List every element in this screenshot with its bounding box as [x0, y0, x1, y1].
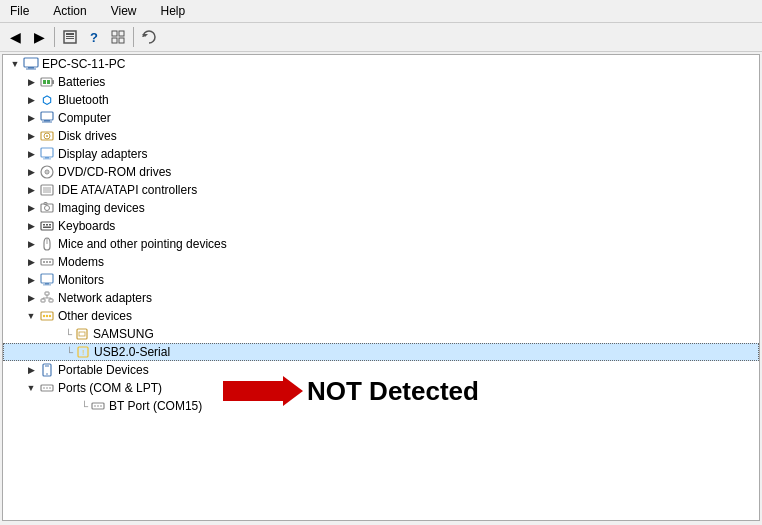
toolbar-separator-2: [133, 27, 134, 47]
tree-item-mice[interactable]: ▶ Mice and other pointing devices: [3, 235, 759, 253]
svg-point-43: [46, 261, 48, 263]
root-expander[interactable]: ▼: [7, 56, 23, 72]
toolbar-separator-1: [54, 27, 55, 47]
other-label: Other devices: [58, 309, 132, 323]
computer-label: Computer: [58, 111, 111, 125]
svg-rect-15: [47, 80, 50, 84]
svg-rect-23: [45, 157, 49, 159]
tree-item-bluetooth[interactable]: ▶ ⬡ Bluetooth: [3, 91, 759, 109]
svg-point-71: [94, 405, 96, 407]
svg-rect-10: [28, 67, 34, 69]
monitors-label: Monitors: [58, 273, 104, 287]
tree-item-usb[interactable]: └ ! USB2.0-Serial: [3, 343, 759, 361]
batteries-expander[interactable]: ▶: [23, 74, 39, 90]
svg-point-68: [46, 387, 48, 389]
svg-rect-46: [45, 283, 49, 285]
tree-item-network[interactable]: ▶ Network adapters: [3, 289, 759, 307]
tree-item-imaging[interactable]: ▶ Imaging devices: [3, 199, 759, 217]
imaging-label: Imaging devices: [58, 201, 145, 215]
svg-point-42: [43, 261, 45, 263]
menu-help[interactable]: Help: [155, 2, 192, 20]
btport-expander[interactable]: [71, 398, 81, 414]
display-label: Display adapters: [58, 147, 147, 161]
tree-item-dvd[interactable]: ▶ DVD/CD-ROM drives: [3, 163, 759, 181]
samsung-icon: [74, 326, 90, 342]
svg-rect-9: [24, 58, 38, 67]
other-expander[interactable]: ▼: [23, 308, 39, 324]
monitors-expander[interactable]: ▶: [23, 272, 39, 288]
svg-rect-35: [41, 222, 53, 230]
svg-point-65: [46, 373, 48, 375]
svg-point-56: [43, 315, 45, 317]
display-expander[interactable]: ▶: [23, 146, 39, 162]
svg-text:!: !: [82, 348, 84, 357]
tree-item-disk[interactable]: ▶ Disk drives: [3, 127, 759, 145]
properties-button[interactable]: [59, 26, 81, 48]
usb-expander[interactable]: [56, 344, 66, 360]
svg-rect-11: [26, 69, 36, 70]
svg-rect-60: [79, 332, 85, 336]
main-content: ▼ EPC-SC-11-PC ▶: [0, 52, 762, 523]
tree-item-ide[interactable]: ▶ IDE ATA/ATAPI controllers: [3, 181, 759, 199]
keyboards-icon: [39, 218, 55, 234]
computer-expander[interactable]: ▶: [23, 110, 39, 126]
monitors-icon: [39, 272, 55, 288]
root-label: EPC-SC-11-PC: [42, 57, 125, 71]
svg-rect-24: [43, 159, 51, 160]
menu-action[interactable]: Action: [47, 2, 92, 20]
menu-view[interactable]: View: [105, 2, 143, 20]
tree-item-ports[interactable]: ▼ Ports (COM & LPT): [3, 379, 759, 397]
tree-root[interactable]: ▼ EPC-SC-11-PC: [3, 55, 759, 73]
mice-expander[interactable]: ▶: [23, 236, 39, 252]
back-button[interactable]: ◀: [4, 26, 26, 48]
svg-rect-7: [119, 38, 124, 43]
mice-label: Mice and other pointing devices: [58, 237, 227, 251]
bluetooth-expander[interactable]: ▶: [23, 92, 39, 108]
tree-item-portable[interactable]: ▶ Portable Devices: [3, 361, 759, 379]
device-tree[interactable]: ▼ EPC-SC-11-PC ▶: [2, 54, 760, 521]
refresh-button[interactable]: [138, 26, 160, 48]
svg-rect-22: [41, 148, 53, 157]
modems-icon: [39, 254, 55, 270]
tree-item-samsung[interactable]: └ SAMSUNG: [3, 325, 759, 343]
modems-expander[interactable]: ▶: [23, 254, 39, 270]
svg-point-67: [43, 387, 45, 389]
view-button[interactable]: [107, 26, 129, 48]
portable-expander[interactable]: ▶: [23, 362, 39, 378]
svg-rect-59: [77, 329, 87, 339]
disk-expander[interactable]: ▶: [23, 128, 39, 144]
forward-button[interactable]: ▶: [28, 26, 50, 48]
svg-rect-17: [44, 120, 50, 122]
tree-item-monitors[interactable]: ▶ Monitors: [3, 271, 759, 289]
tree-item-keyboards[interactable]: ▶ Keyboards: [3, 217, 759, 235]
svg-rect-12: [41, 78, 52, 86]
svg-rect-18: [42, 122, 52, 123]
keyboards-expander[interactable]: ▶: [23, 218, 39, 234]
svg-rect-50: [49, 299, 53, 302]
svg-rect-38: [49, 224, 51, 226]
svg-rect-3: [66, 38, 74, 39]
network-expander[interactable]: ▶: [23, 290, 39, 306]
svg-point-27: [46, 171, 48, 173]
tree-item-other[interactable]: ▼ Other devices: [3, 307, 759, 325]
samsung-expander[interactable]: [55, 326, 65, 342]
dvd-expander[interactable]: ▶: [23, 164, 39, 180]
help-button[interactable]: ?: [83, 26, 105, 48]
imaging-expander[interactable]: ▶: [23, 200, 39, 216]
modems-label: Modems: [58, 255, 104, 269]
computer-icon: [23, 56, 39, 72]
svg-point-44: [49, 261, 51, 263]
tree-item-display[interactable]: ▶ Display adapters: [3, 145, 759, 163]
tree-item-modems[interactable]: ▶ Modems: [3, 253, 759, 271]
btport-tree-line: └: [81, 401, 88, 412]
tree-item-batteries[interactable]: ▶ Batteries: [3, 73, 759, 91]
ports-expander[interactable]: ▼: [23, 380, 39, 396]
ports-label: Ports (COM & LPT): [58, 381, 162, 395]
tree-item-computer[interactable]: ▶ Computer: [3, 109, 759, 127]
menu-file[interactable]: File: [4, 2, 35, 20]
ide-expander[interactable]: ▶: [23, 182, 39, 198]
svg-point-33: [45, 206, 50, 211]
other-icon: [39, 308, 55, 324]
btport-icon: [90, 398, 106, 414]
tree-item-btport[interactable]: └ BT Port (COM15): [3, 397, 759, 415]
